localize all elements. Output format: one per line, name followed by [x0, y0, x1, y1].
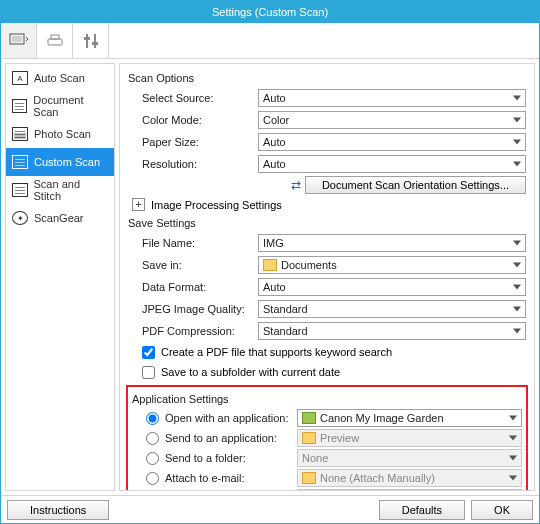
- svg-rect-5: [94, 34, 96, 48]
- subfolder-checkbox[interactable]: [142, 366, 155, 379]
- document-scan-icon: [12, 99, 27, 113]
- settings-window: Settings (Custom Scan) Auto Scan Documen…: [0, 0, 540, 524]
- defaults-button[interactable]: Defaults: [379, 500, 465, 520]
- file-name-dropdown[interactable]: IMG: [258, 234, 526, 252]
- pdf-keyword-label: Create a PDF file that supports keyword …: [161, 346, 392, 358]
- content-panel[interactable]: Scan Options Select Source:Auto Color Mo…: [119, 63, 535, 491]
- sidebar-item-auto-scan[interactable]: Auto Scan: [6, 64, 114, 92]
- svg-rect-1: [12, 36, 22, 42]
- pdf-compression-dropdown[interactable]: Standard: [258, 322, 526, 340]
- sidebar: Auto Scan Document Scan Photo Scan Custo…: [5, 63, 115, 491]
- tab-scan-from-panel[interactable]: [37, 23, 73, 58]
- instructions-button[interactable]: Instructions: [7, 500, 109, 520]
- svg-rect-2: [48, 39, 62, 45]
- pdf-keyword-checkbox[interactable]: [142, 346, 155, 359]
- application-settings-highlight: Application Settings Open with an applic…: [126, 385, 528, 491]
- sidebar-item-label: Custom Scan: [34, 156, 100, 168]
- subfolder-label: Save to a subfolder with current date: [161, 366, 340, 378]
- send-folder-label: Send to a folder:: [165, 452, 291, 464]
- send-app-radio[interactable]: [146, 432, 159, 445]
- resolution-dropdown[interactable]: Auto: [258, 155, 526, 173]
- email-label: Attach to e-mail:: [165, 472, 291, 484]
- app-settings-title: Application Settings: [132, 393, 522, 405]
- stitch-icon: [12, 183, 28, 197]
- sidebar-item-scan-and-stitch[interactable]: Scan and Stitch: [6, 176, 114, 204]
- mail-icon: [302, 472, 316, 484]
- save-in-dropdown[interactable]: Documents: [258, 256, 526, 274]
- image-processing-expander[interactable]: +: [132, 198, 145, 211]
- app-icon: [302, 412, 316, 424]
- svg-rect-3: [51, 35, 59, 39]
- send-folder-radio[interactable]: [146, 452, 159, 465]
- sidebar-item-document-scan[interactable]: Document Scan: [6, 92, 114, 120]
- auto-scan-icon: [12, 71, 28, 85]
- color-mode-label: Color Mode:: [142, 114, 258, 126]
- pdf-compression-label: PDF Compression:: [142, 325, 258, 337]
- svg-rect-4: [86, 34, 88, 48]
- sidebar-item-label: Document Scan: [33, 94, 108, 118]
- paper-size-label: Paper Size:: [142, 136, 258, 148]
- jpeg-quality-label: JPEG Image Quality:: [142, 303, 258, 315]
- scan-options-title: Scan Options: [128, 72, 526, 84]
- folder-icon: [263, 259, 277, 271]
- open-app-radio[interactable]: [146, 412, 159, 425]
- photo-scan-icon: [12, 127, 28, 141]
- email-radio[interactable]: [146, 472, 159, 485]
- orientation-settings-button[interactable]: Document Scan Orientation Settings...: [305, 176, 526, 194]
- sidebar-item-scangear[interactable]: ScanGear: [6, 204, 114, 232]
- send-folder-dropdown[interactable]: None: [297, 449, 522, 467]
- tab-scan-from-computer[interactable]: [1, 23, 37, 58]
- sidebar-item-label: Auto Scan: [34, 72, 85, 84]
- sidebar-item-label: ScanGear: [34, 212, 84, 224]
- svg-rect-6: [84, 37, 90, 40]
- ok-button[interactable]: OK: [471, 500, 533, 520]
- open-app-dropdown[interactable]: Canon My Image Garden: [297, 409, 522, 427]
- send-app-label: Send to an application:: [165, 432, 291, 444]
- save-settings-title: Save Settings: [128, 217, 526, 229]
- titlebar: Settings (Custom Scan): [1, 1, 539, 23]
- sidebar-item-label: Scan and Stitch: [34, 178, 108, 202]
- image-processing-label: Image Processing Settings: [151, 199, 282, 211]
- sidebar-item-label: Photo Scan: [34, 128, 91, 140]
- svg-rect-7: [92, 42, 98, 45]
- preview-icon: [302, 432, 316, 444]
- send-app-dropdown[interactable]: Preview: [297, 429, 522, 447]
- sidebar-item-photo-scan[interactable]: Photo Scan: [6, 120, 114, 148]
- resolution-label: Resolution:: [142, 158, 258, 170]
- footer: Instructions Defaults OK: [1, 495, 539, 523]
- paper-size-dropdown[interactable]: Auto: [258, 133, 526, 151]
- tab-general-settings[interactable]: [73, 23, 109, 58]
- sidebar-item-custom-scan[interactable]: Custom Scan: [6, 148, 114, 176]
- select-source-label: Select Source:: [142, 92, 258, 104]
- email-dropdown[interactable]: None (Attach Manually): [297, 469, 522, 487]
- window-title: Settings (Custom Scan): [212, 6, 328, 18]
- ocr-dropdown[interactable]: Output to Text: [297, 489, 522, 491]
- jpeg-quality-dropdown[interactable]: Standard: [258, 300, 526, 318]
- custom-scan-icon: [12, 155, 28, 169]
- save-in-label: Save in:: [142, 259, 258, 271]
- toolbar: [1, 23, 539, 59]
- select-source-dropdown[interactable]: Auto: [258, 89, 526, 107]
- scangear-icon: [12, 211, 28, 225]
- data-format-dropdown[interactable]: Auto: [258, 278, 526, 296]
- file-name-label: File Name:: [142, 237, 258, 249]
- open-app-label: Open with an application:: [165, 412, 291, 424]
- color-mode-dropdown[interactable]: Color: [258, 111, 526, 129]
- swap-icon[interactable]: ⇄: [291, 178, 301, 192]
- data-format-label: Data Format:: [142, 281, 258, 293]
